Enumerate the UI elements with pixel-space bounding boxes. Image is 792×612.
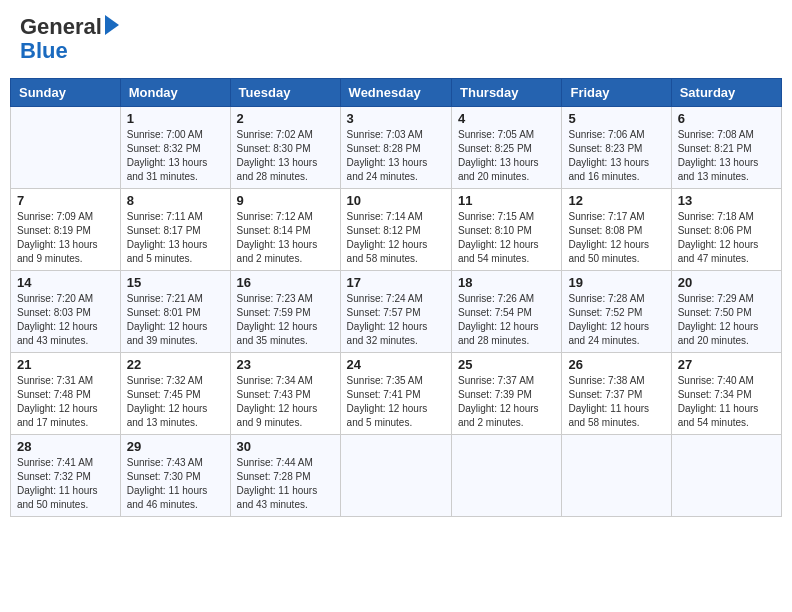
day-info: Sunrise: 7:03 AM Sunset: 8:28 PM Dayligh… — [347, 128, 445, 184]
weekday-header-saturday: Saturday — [671, 79, 781, 107]
calendar-cell: 8Sunrise: 7:11 AM Sunset: 8:17 PM Daylig… — [120, 189, 230, 271]
calendar-cell: 26Sunrise: 7:38 AM Sunset: 7:37 PM Dayli… — [562, 353, 671, 435]
day-info: Sunrise: 7:06 AM Sunset: 8:23 PM Dayligh… — [568, 128, 664, 184]
day-number: 24 — [347, 357, 445, 372]
calendar-cell — [562, 435, 671, 517]
calendar-cell: 11Sunrise: 7:15 AM Sunset: 8:10 PM Dayli… — [452, 189, 562, 271]
calendar-cell: 28Sunrise: 7:41 AM Sunset: 7:32 PM Dayli… — [11, 435, 121, 517]
day-number: 8 — [127, 193, 224, 208]
day-info: Sunrise: 7:43 AM Sunset: 7:30 PM Dayligh… — [127, 456, 224, 512]
calendar-header-row: SundayMondayTuesdayWednesdayThursdayFrid… — [11, 79, 782, 107]
calendar-cell: 1Sunrise: 7:00 AM Sunset: 8:32 PM Daylig… — [120, 107, 230, 189]
day-info: Sunrise: 7:29 AM Sunset: 7:50 PM Dayligh… — [678, 292, 775, 348]
calendar-cell: 18Sunrise: 7:26 AM Sunset: 7:54 PM Dayli… — [452, 271, 562, 353]
day-info: Sunrise: 7:28 AM Sunset: 7:52 PM Dayligh… — [568, 292, 664, 348]
calendar-cell — [452, 435, 562, 517]
day-number: 10 — [347, 193, 445, 208]
logo-blue: Blue — [20, 39, 68, 63]
calendar-week-row: 21Sunrise: 7:31 AM Sunset: 7:48 PM Dayli… — [11, 353, 782, 435]
day-info: Sunrise: 7:24 AM Sunset: 7:57 PM Dayligh… — [347, 292, 445, 348]
day-number: 7 — [17, 193, 114, 208]
calendar-cell — [340, 435, 451, 517]
day-number: 18 — [458, 275, 555, 290]
day-number: 27 — [678, 357, 775, 372]
day-number: 12 — [568, 193, 664, 208]
calendar-cell: 29Sunrise: 7:43 AM Sunset: 7:30 PM Dayli… — [120, 435, 230, 517]
calendar-cell: 19Sunrise: 7:28 AM Sunset: 7:52 PM Dayli… — [562, 271, 671, 353]
weekday-header-friday: Friday — [562, 79, 671, 107]
day-number: 26 — [568, 357, 664, 372]
calendar-week-row: 1Sunrise: 7:00 AM Sunset: 8:32 PM Daylig… — [11, 107, 782, 189]
day-number: 13 — [678, 193, 775, 208]
day-number: 1 — [127, 111, 224, 126]
day-number: 25 — [458, 357, 555, 372]
calendar-cell: 4Sunrise: 7:05 AM Sunset: 8:25 PM Daylig… — [452, 107, 562, 189]
calendar-cell: 27Sunrise: 7:40 AM Sunset: 7:34 PM Dayli… — [671, 353, 781, 435]
weekday-header-thursday: Thursday — [452, 79, 562, 107]
day-number: 20 — [678, 275, 775, 290]
calendar-cell — [11, 107, 121, 189]
calendar-cell: 21Sunrise: 7:31 AM Sunset: 7:48 PM Dayli… — [11, 353, 121, 435]
weekday-header-tuesday: Tuesday — [230, 79, 340, 107]
calendar-cell: 10Sunrise: 7:14 AM Sunset: 8:12 PM Dayli… — [340, 189, 451, 271]
day-number: 15 — [127, 275, 224, 290]
logo: General Blue — [20, 15, 119, 63]
calendar-table: SundayMondayTuesdayWednesdayThursdayFrid… — [10, 78, 782, 517]
day-info: Sunrise: 7:08 AM Sunset: 8:21 PM Dayligh… — [678, 128, 775, 184]
day-info: Sunrise: 7:44 AM Sunset: 7:28 PM Dayligh… — [237, 456, 334, 512]
calendar-cell: 2Sunrise: 7:02 AM Sunset: 8:30 PM Daylig… — [230, 107, 340, 189]
calendar-week-row: 28Sunrise: 7:41 AM Sunset: 7:32 PM Dayli… — [11, 435, 782, 517]
calendar-cell: 6Sunrise: 7:08 AM Sunset: 8:21 PM Daylig… — [671, 107, 781, 189]
day-info: Sunrise: 7:38 AM Sunset: 7:37 PM Dayligh… — [568, 374, 664, 430]
day-info: Sunrise: 7:37 AM Sunset: 7:39 PM Dayligh… — [458, 374, 555, 430]
day-info: Sunrise: 7:18 AM Sunset: 8:06 PM Dayligh… — [678, 210, 775, 266]
day-number: 5 — [568, 111, 664, 126]
day-info: Sunrise: 7:41 AM Sunset: 7:32 PM Dayligh… — [17, 456, 114, 512]
weekday-header-monday: Monday — [120, 79, 230, 107]
day-info: Sunrise: 7:14 AM Sunset: 8:12 PM Dayligh… — [347, 210, 445, 266]
day-number: 11 — [458, 193, 555, 208]
day-number: 17 — [347, 275, 445, 290]
day-info: Sunrise: 7:00 AM Sunset: 8:32 PM Dayligh… — [127, 128, 224, 184]
day-info: Sunrise: 7:09 AM Sunset: 8:19 PM Dayligh… — [17, 210, 114, 266]
day-number: 21 — [17, 357, 114, 372]
calendar-cell: 3Sunrise: 7:03 AM Sunset: 8:28 PM Daylig… — [340, 107, 451, 189]
calendar-cell: 15Sunrise: 7:21 AM Sunset: 8:01 PM Dayli… — [120, 271, 230, 353]
day-number: 16 — [237, 275, 334, 290]
calendar-cell: 7Sunrise: 7:09 AM Sunset: 8:19 PM Daylig… — [11, 189, 121, 271]
day-info: Sunrise: 7:23 AM Sunset: 7:59 PM Dayligh… — [237, 292, 334, 348]
day-info: Sunrise: 7:34 AM Sunset: 7:43 PM Dayligh… — [237, 374, 334, 430]
day-number: 3 — [347, 111, 445, 126]
day-info: Sunrise: 7:20 AM Sunset: 8:03 PM Dayligh… — [17, 292, 114, 348]
calendar-cell: 9Sunrise: 7:12 AM Sunset: 8:14 PM Daylig… — [230, 189, 340, 271]
day-info: Sunrise: 7:26 AM Sunset: 7:54 PM Dayligh… — [458, 292, 555, 348]
day-number: 6 — [678, 111, 775, 126]
calendar-cell: 30Sunrise: 7:44 AM Sunset: 7:28 PM Dayli… — [230, 435, 340, 517]
day-info: Sunrise: 7:31 AM Sunset: 7:48 PM Dayligh… — [17, 374, 114, 430]
calendar-cell: 23Sunrise: 7:34 AM Sunset: 7:43 PM Dayli… — [230, 353, 340, 435]
day-info: Sunrise: 7:40 AM Sunset: 7:34 PM Dayligh… — [678, 374, 775, 430]
day-info: Sunrise: 7:17 AM Sunset: 8:08 PM Dayligh… — [568, 210, 664, 266]
page-header: General Blue — [10, 10, 782, 68]
day-info: Sunrise: 7:05 AM Sunset: 8:25 PM Dayligh… — [458, 128, 555, 184]
calendar-cell: 25Sunrise: 7:37 AM Sunset: 7:39 PM Dayli… — [452, 353, 562, 435]
weekday-header-sunday: Sunday — [11, 79, 121, 107]
day-info: Sunrise: 7:11 AM Sunset: 8:17 PM Dayligh… — [127, 210, 224, 266]
calendar-cell: 16Sunrise: 7:23 AM Sunset: 7:59 PM Dayli… — [230, 271, 340, 353]
calendar-cell: 24Sunrise: 7:35 AM Sunset: 7:41 PM Dayli… — [340, 353, 451, 435]
day-info: Sunrise: 7:35 AM Sunset: 7:41 PM Dayligh… — [347, 374, 445, 430]
day-number: 9 — [237, 193, 334, 208]
day-number: 28 — [17, 439, 114, 454]
calendar-cell: 14Sunrise: 7:20 AM Sunset: 8:03 PM Dayli… — [11, 271, 121, 353]
day-number: 22 — [127, 357, 224, 372]
calendar-cell: 13Sunrise: 7:18 AM Sunset: 8:06 PM Dayli… — [671, 189, 781, 271]
day-number: 4 — [458, 111, 555, 126]
day-number: 29 — [127, 439, 224, 454]
calendar-cell — [671, 435, 781, 517]
calendar-cell: 5Sunrise: 7:06 AM Sunset: 8:23 PM Daylig… — [562, 107, 671, 189]
day-number: 23 — [237, 357, 334, 372]
day-number: 19 — [568, 275, 664, 290]
calendar-week-row: 7Sunrise: 7:09 AM Sunset: 8:19 PM Daylig… — [11, 189, 782, 271]
calendar-cell: 17Sunrise: 7:24 AM Sunset: 7:57 PM Dayli… — [340, 271, 451, 353]
day-info: Sunrise: 7:02 AM Sunset: 8:30 PM Dayligh… — [237, 128, 334, 184]
